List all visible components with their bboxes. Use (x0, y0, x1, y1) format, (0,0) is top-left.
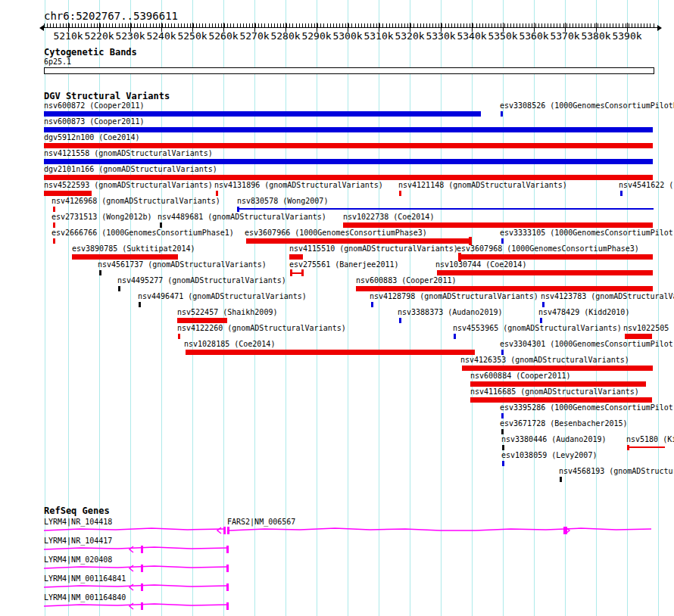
gene-label[interactable]: LYRM4|NM_001164840 (44, 593, 126, 602)
variant-label[interactable]: nsv4568193 (gnomADStructur (559, 467, 674, 476)
variant-label[interactable]: nsv600872 (Cooper2011) (44, 101, 144, 110)
variant-label[interactable]: nsv4116685 (gnomADStructuralVariants) (470, 387, 639, 397)
gene-model[interactable] (44, 565, 229, 572)
variant-label[interactable]: nsv4553965 (gnomADStructuralVariants) (453, 324, 622, 333)
variant-label[interactable]: nsv600873 (Cooper2011) (44, 117, 144, 126)
variant-bar[interactable] (356, 286, 653, 291)
variant-label[interactable]: nsv4126353 (gnomADStructuralVariants) (460, 356, 629, 365)
variant-line[interactable] (237, 208, 654, 210)
variant-label[interactable]: esv3308526 (1000GenomesConsortiumPilotP (500, 101, 674, 110)
gene-intron-line[interactable] (44, 604, 228, 606)
variant-bar[interactable] (458, 254, 653, 260)
variant-label[interactable]: nsv1022738 (Coe2014) (343, 213, 434, 222)
gene-label[interactable]: LYRM4|NM_001164841 (44, 574, 126, 583)
gene-exon[interactable] (226, 546, 229, 553)
variant-bar[interactable] (437, 270, 653, 275)
variant-label[interactable]: nsv4128798 (gnomADStructuralVariants) (370, 292, 538, 301)
variant-label[interactable]: nsv4522593 (gnomADStructuralVariants) (44, 181, 213, 190)
gene-intron-line[interactable] (44, 566, 228, 568)
gene-exon[interactable] (226, 602, 229, 610)
variant-bar[interactable] (186, 350, 475, 355)
gene-exon[interactable] (226, 583, 229, 591)
gene-model[interactable] (44, 583, 229, 591)
gene-label[interactable]: LYRM4|NR_104417 (44, 537, 112, 546)
variant-tick[interactable] (501, 238, 504, 244)
variant-label[interactable]: esv275561 (Banerjee2011) (289, 260, 399, 269)
variant-tick[interactable] (502, 461, 504, 466)
variant-label[interactable]: nsv4561737 (gnomADStructuralVariants) (98, 260, 267, 269)
variant-tick[interactable] (620, 191, 623, 196)
variant-label[interactable]: esv2666766 (1000GenomesConsortiumPhase1) (51, 229, 234, 238)
gene-exon[interactable] (141, 583, 143, 591)
variant-tick[interactable] (139, 302, 141, 307)
variant-tick[interactable] (53, 207, 55, 212)
variant-label[interactable]: esv3607968 (1000GenomesConsortiumPhase3) (457, 244, 639, 254)
variant-label[interactable]: nsv4496471 (gnomADStructuralVariants) (138, 292, 307, 301)
variant-bar[interactable] (462, 366, 653, 371)
variant-label[interactable]: nsv3380446 (Audano2019) (501, 435, 606, 444)
variant-bar[interactable] (44, 159, 653, 164)
variant-bar[interactable] (625, 334, 652, 339)
variant-bar[interactable] (246, 238, 471, 244)
gene-model[interactable] (44, 602, 229, 610)
variant-bar[interactable] (470, 397, 652, 403)
variant-label[interactable]: nsv1022505 (623, 324, 669, 333)
variant-label[interactable]: nsv1030744 (Coe2014) (435, 260, 526, 269)
gene-intron-line[interactable] (44, 547, 228, 549)
gene-model[interactable] (44, 527, 229, 534)
variant-label[interactable]: nsv4121558 (gnomADStructuralVariants) (44, 149, 213, 158)
variant-bar[interactable] (343, 222, 653, 228)
cytoband-bar[interactable] (44, 67, 654, 74)
variant-bar[interactable] (44, 127, 653, 132)
gene-label[interactable]: LYRM4|NM_020408 (44, 555, 112, 565)
variant-tick[interactable] (501, 413, 504, 418)
variant-tick[interactable] (560, 477, 562, 482)
variant-label[interactable]: esv3333105 (1000GenomesConsortiumPilot (500, 229, 673, 238)
variant-tick[interactable] (501, 111, 503, 117)
gene-model[interactable] (44, 546, 229, 553)
gene-intron-line[interactable] (229, 528, 651, 530)
gene-model[interactable] (229, 527, 651, 534)
gene-intron-line[interactable] (44, 585, 228, 587)
variant-label[interactable]: nsv4131896 (gnomADStructuralVariants) (214, 181, 383, 190)
variant-bar[interactable] (470, 381, 646, 387)
gene-exon[interactable] (141, 602, 143, 610)
variant-label[interactable]: esv1038059 (Levy2007) (501, 451, 597, 460)
variant-tick[interactable] (454, 334, 456, 339)
variant-bar[interactable] (72, 254, 178, 260)
gene-label[interactable]: LYRM4|NR_104418 (44, 518, 112, 527)
variant-label[interactable]: nsv600884 (Cooper2011) (470, 372, 570, 381)
variant-tick[interactable] (540, 318, 542, 323)
variant-bracket-line[interactable] (290, 272, 304, 274)
variant-tick[interactable] (118, 286, 120, 291)
variant-bar[interactable] (44, 191, 92, 196)
variant-tick[interactable] (502, 445, 504, 450)
variant-label[interactable]: esv3607966 (1000GenomesConsortiumPhase3) (245, 229, 427, 238)
variant-label[interactable]: nsv4126968 (gnomADStructuralVariants) (51, 197, 220, 206)
variant-tick[interactable] (399, 191, 401, 196)
variant-tick[interactable] (99, 270, 101, 275)
variant-label[interactable]: nsv4121148 (gnomADStructuralVariants) (398, 181, 567, 190)
variant-label[interactable]: nsv830578 (Wong2007) (237, 197, 328, 206)
variant-tick[interactable] (160, 222, 162, 228)
variant-tick[interactable] (53, 238, 55, 244)
variant-label[interactable]: nsv4495277 (gnomADStructuralVariants) (117, 276, 286, 285)
variant-tick[interactable] (216, 191, 218, 196)
gene-label[interactable]: FARS2|NM_006567 (227, 518, 295, 527)
gene-exon[interactable] (141, 565, 143, 572)
variant-bar[interactable] (44, 175, 653, 180)
variant-tick[interactable] (371, 302, 373, 307)
variant-label[interactable]: nsv600883 (Cooper2011) (356, 276, 456, 285)
variant-tick[interactable] (501, 350, 504, 355)
variant-label[interactable]: esv3395286 (1000GenomesConsortiumPilot (500, 403, 673, 412)
gene-intron-line[interactable] (44, 528, 223, 530)
variant-label[interactable]: esv2731513 (Wong2012b) (51, 213, 151, 222)
gene-exon[interactable] (226, 565, 229, 572)
variant-label[interactable]: esv3671728 (Besenbacher2015) (500, 419, 628, 428)
variant-label[interactable]: dgv2101n166 (gnomADStructuralVariants) (44, 165, 217, 174)
variant-bar[interactable] (44, 111, 481, 117)
variant-label[interactable]: nsv4115510 (gnomADStructuralVariants) (289, 244, 458, 254)
variant-label[interactable]: nsv4122260 (gnomADStructuralVariants) (177, 324, 346, 333)
gene-exon[interactable] (141, 546, 143, 553)
variant-tick[interactable] (178, 334, 180, 339)
